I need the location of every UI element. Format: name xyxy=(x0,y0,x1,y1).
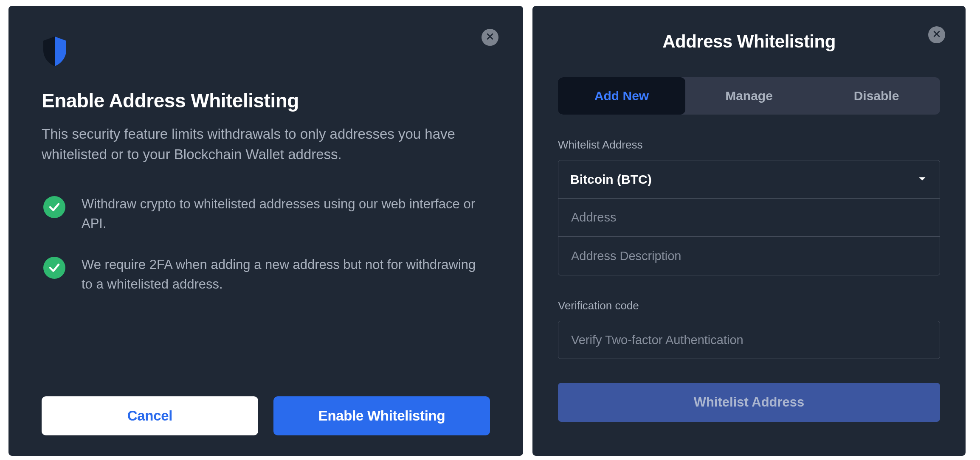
feature-text: Withdraw crypto to whitelisted addresses… xyxy=(82,194,490,234)
address-whitelisting-panel: Address Whitelisting Add New Manage Disa… xyxy=(532,6,966,456)
panel-title: Address Whitelisting xyxy=(558,31,940,52)
currency-selected-value: Bitcoin (BTC) xyxy=(570,172,652,187)
modal-description: This security feature limits withdrawals… xyxy=(42,124,490,165)
chevron-down-icon xyxy=(917,173,928,186)
currency-select[interactable]: Bitcoin (BTC) xyxy=(558,160,940,199)
close-button-left[interactable] xyxy=(482,29,498,46)
tab-add-new[interactable]: Add New xyxy=(558,77,685,115)
tab-manage[interactable]: Manage xyxy=(685,77,813,115)
tab-disable[interactable]: Disable xyxy=(813,77,940,115)
enable-whitelisting-modal: Enable Address Whitelisting This securit… xyxy=(8,6,523,456)
close-icon xyxy=(486,32,494,42)
tab-switcher: Add New Manage Disable xyxy=(558,77,940,115)
verification-section-label: Verification code xyxy=(558,299,940,312)
check-icon xyxy=(43,196,65,218)
whitelist-address-button[interactable]: Whitelist Address xyxy=(558,383,940,422)
verification-code-input[interactable] xyxy=(570,333,928,348)
verification-field xyxy=(558,321,940,359)
feature-item: Withdraw crypto to whitelisted addresses… xyxy=(42,194,490,234)
close-icon xyxy=(932,30,941,40)
shield-icon xyxy=(42,36,490,69)
button-row: Cancel Enable Whitelisting xyxy=(42,396,490,435)
feature-text: We require 2FA when adding a new address… xyxy=(82,255,490,295)
enable-whitelisting-button[interactable]: Enable Whitelisting xyxy=(273,396,490,435)
check-icon xyxy=(43,257,65,279)
address-description-input[interactable] xyxy=(570,249,928,264)
whitelist-section-label: Whitelist Address xyxy=(558,138,940,151)
whitelist-field-group: Bitcoin (BTC) xyxy=(558,160,940,275)
feature-item: We require 2FA when adding a new address… xyxy=(42,255,490,295)
address-input[interactable] xyxy=(570,210,928,225)
modal-title: Enable Address Whitelisting xyxy=(42,89,490,112)
close-button-right[interactable] xyxy=(928,26,945,43)
cancel-button[interactable]: Cancel xyxy=(42,396,258,435)
